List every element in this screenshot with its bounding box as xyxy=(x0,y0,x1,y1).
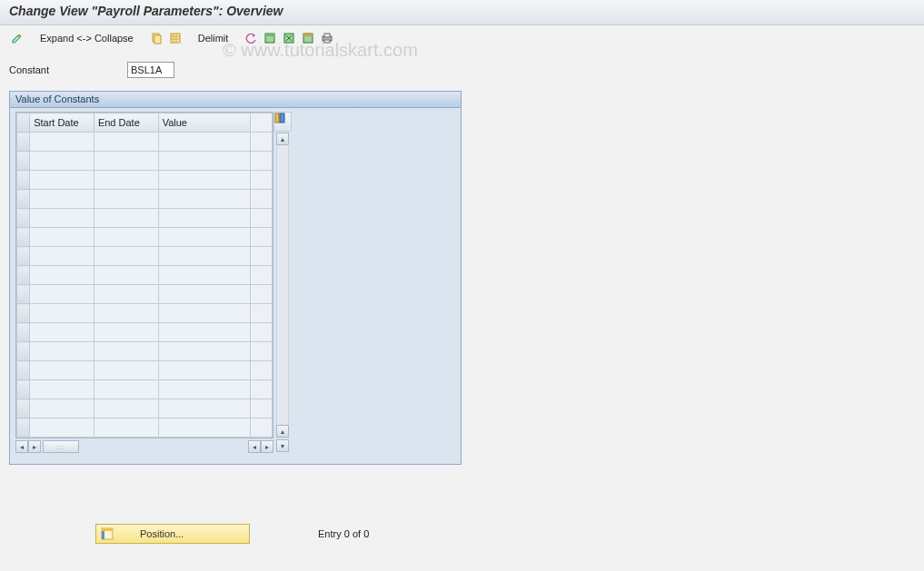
scroll-left-first-icon[interactable]: ◂ xyxy=(15,440,28,453)
undo-icon[interactable] xyxy=(243,30,259,46)
scroll-right-last-icon[interactable]: ▸ xyxy=(261,440,273,453)
table-row[interactable] xyxy=(17,361,273,380)
constant-value[interactable]: BSL1A xyxy=(127,62,174,78)
title-bar: Change View "Payroll Parameters": Overvi… xyxy=(0,0,924,25)
select-block-icon[interactable] xyxy=(262,30,278,46)
table-row[interactable] xyxy=(17,247,273,266)
svg-rect-14 xyxy=(102,528,113,531)
col-end-date[interactable]: End Date xyxy=(94,113,158,133)
col-value[interactable]: Value xyxy=(158,113,250,133)
table-row[interactable] xyxy=(17,399,273,418)
table-settings-icon[interactable] xyxy=(300,30,316,46)
scroll-down-icon[interactable]: ▴ xyxy=(276,425,289,438)
table-row[interactable] xyxy=(17,133,273,152)
col-start-date[interactable]: Start Date xyxy=(30,113,94,133)
vertical-scrollbar[interactable]: ▴ ▴ ▾ xyxy=(275,112,290,453)
toolbar: Expand <-> Collapse Delimit xyxy=(0,25,924,51)
svg-rect-2 xyxy=(171,34,180,43)
print-icon[interactable] xyxy=(319,30,335,46)
scroll-left-icon[interactable]: ▸ xyxy=(28,440,41,453)
table-row[interactable] xyxy=(17,342,273,361)
panel-header: Value of Constants xyxy=(10,92,461,108)
deselect-all-icon[interactable] xyxy=(281,30,297,46)
table-row[interactable] xyxy=(17,228,273,247)
position-button[interactable]: Position... xyxy=(95,524,250,544)
position-icon xyxy=(100,527,114,541)
table-row[interactable] xyxy=(17,190,273,209)
svg-rect-9 xyxy=(324,34,330,37)
table-row[interactable] xyxy=(17,304,273,323)
constant-field-row: Constant BSL1A xyxy=(9,62,915,78)
expand-collapse-button[interactable]: Expand <-> Collapse xyxy=(36,33,137,44)
configure-columns-icon[interactable] xyxy=(273,112,292,132)
table-row[interactable] xyxy=(17,323,273,342)
table-row[interactable] xyxy=(17,418,273,438)
constants-panel: Value of Constants Start Date End Date V… xyxy=(9,91,462,465)
svg-rect-7 xyxy=(303,34,313,36)
hscroll-thumb[interactable]: ::: xyxy=(43,440,79,453)
svg-rect-4 xyxy=(265,34,274,36)
scroll-up-icon[interactable]: ▴ xyxy=(276,133,289,145)
svg-rect-15 xyxy=(102,531,104,539)
col-spacer xyxy=(250,113,272,133)
table-row[interactable] xyxy=(17,285,273,304)
scroll-down-last-icon[interactable]: ▾ xyxy=(276,439,289,452)
content-area: Constant BSL1A Value of Constants Start … xyxy=(0,51,924,476)
horizontal-scrollbar[interactable]: ◂ ▸ ::: ◂ ▸ xyxy=(15,438,273,453)
copy-icon[interactable] xyxy=(148,30,164,46)
entry-count: Entry 0 of 0 xyxy=(318,528,369,539)
table-row[interactable] xyxy=(17,152,273,171)
position-button-label: Position... xyxy=(140,528,184,539)
constant-label: Constant xyxy=(9,64,127,75)
svg-rect-11 xyxy=(275,113,279,123)
svg-rect-1 xyxy=(154,35,161,44)
table-row[interactable] xyxy=(17,266,273,285)
select-all-icon[interactable] xyxy=(167,30,184,46)
table-row[interactable] xyxy=(17,171,273,190)
svg-rect-10 xyxy=(324,40,330,43)
toggle-edit-icon[interactable] xyxy=(9,30,25,46)
table-row[interactable] xyxy=(17,380,273,399)
page-title: Change View "Payroll Parameters": Overvi… xyxy=(9,4,283,18)
table-row[interactable] xyxy=(17,209,273,228)
delimit-button[interactable]: Delimit xyxy=(194,33,233,44)
footer: Position... Entry 0 of 0 xyxy=(0,524,924,544)
scroll-right-icon[interactable]: ◂ xyxy=(248,440,261,453)
svg-rect-12 xyxy=(280,113,284,123)
select-all-rows[interactable] xyxy=(17,113,30,133)
constants-table: Start Date End Date Value xyxy=(15,112,273,438)
